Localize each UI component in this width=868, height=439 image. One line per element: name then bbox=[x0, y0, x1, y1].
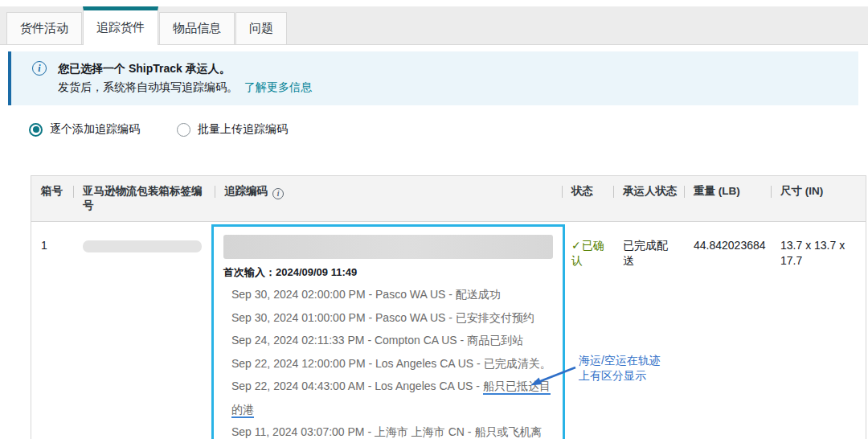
banner-message-text: 发货后，系统将自动填写追踪编码。 bbox=[58, 80, 238, 93]
header-tracking-code: 追踪编码i bbox=[215, 176, 562, 221]
cell-box-number: 1 bbox=[31, 222, 73, 439]
table-row: 1 首次输入：2024/09/09 11:49 Sep 30, 2024 02:… bbox=[31, 222, 866, 439]
tab-track-shipment[interactable]: 追踪货件 bbox=[83, 6, 158, 45]
tab-issues[interactable]: 问题 bbox=[235, 12, 287, 44]
annotation-note: 海运/空运在轨迹 上有区分显示 bbox=[579, 353, 661, 384]
tab-item-info[interactable]: 物品信息 bbox=[159, 12, 235, 44]
radio-unselected-icon[interactable] bbox=[177, 123, 190, 137]
check-icon: ✓ bbox=[571, 239, 581, 252]
cell-tracking-code: 首次输入：2024/09/09 11:49 Sep 30, 2024 02:00… bbox=[215, 222, 562, 439]
radio-selected-icon[interactable] bbox=[29, 123, 43, 137]
banner-title: 您已选择一个 ShipTrack 承运人。 bbox=[58, 60, 312, 76]
info-banner: i 您已选择一个 ShipTrack 承运人。 发货后，系统将自动填写追踪编码。… bbox=[8, 51, 858, 105]
cell-weight: 44.842023684 bbox=[684, 222, 771, 439]
info-banner-text: 您已选择一个 ShipTrack 承运人。 发货后，系统将自动填写追踪编码。了解… bbox=[58, 60, 312, 96]
banner-message: 发货后，系统将自动填写追踪编码。了解更多信息 bbox=[58, 78, 312, 96]
annotation-arrow-icon bbox=[527, 363, 582, 390]
radio-add-individually[interactable]: 逐个添加追踪编码 bbox=[29, 122, 140, 137]
learn-more-link[interactable]: 了解更多信息 bbox=[244, 80, 312, 93]
annotation-line2: 上有区分显示 bbox=[579, 368, 661, 384]
first-input-label: 首次输入： bbox=[223, 266, 276, 278]
first-input-line: 首次输入：2024/09/09 11:49 bbox=[223, 265, 553, 280]
cell-status: ✓已确认 bbox=[562, 222, 613, 439]
tracking-event: Sep 24, 2024 02:11:33 PM - Compton CA US… bbox=[231, 329, 553, 352]
tracking-highlight-box: 首次输入：2024/09/09 11:49 Sep 30, 2024 02:00… bbox=[211, 224, 565, 439]
tab-shipment-activity[interactable]: 货件活动 bbox=[6, 12, 82, 44]
radio-add-individually-label: 逐个添加追踪编码 bbox=[50, 122, 140, 137]
cell-carrier-status: 已完成配送 bbox=[613, 222, 684, 439]
radio-bulk-upload[interactable]: 批量上传追踪编码 bbox=[177, 122, 288, 137]
tracking-table: 箱号 亚马逊物流包装箱标签编号 追踪编码i 状态 承运人状态 重量 (LB) 尺… bbox=[31, 175, 866, 439]
tracking-code-input[interactable] bbox=[223, 235, 553, 259]
header-status: 状态 bbox=[562, 176, 613, 221]
tracking-info-icon[interactable]: i bbox=[272, 188, 284, 199]
header-dimensions: 尺寸 (IN) bbox=[771, 176, 866, 221]
annotation-line1: 海运/空运在轨迹 bbox=[579, 353, 661, 368]
header-box-number: 箱号 bbox=[31, 176, 73, 221]
header-fba-box-label: 亚马逊物流包装箱标签编号 bbox=[73, 176, 215, 221]
header-carrier-status: 承运人状态 bbox=[613, 176, 684, 221]
tracking-event: Sep 11, 2024 03:07:00 PM - 上海市 上海市 CN - … bbox=[231, 421, 553, 439]
info-icon: i bbox=[32, 61, 47, 76]
cell-dimensions: 13.7 x 13.7 x 17.7 bbox=[771, 222, 866, 439]
tracking-event-arrival-port: Sep 22, 2024 04:43:00 AM - Los Angeles C… bbox=[231, 375, 553, 421]
tracking-event-text: Sep 22, 2024 04:43:00 AM - Los Angeles C… bbox=[231, 380, 483, 392]
radio-bulk-upload-label: 批量上传追踪编码 bbox=[198, 122, 288, 137]
header-weight: 重量 (LB) bbox=[684, 176, 771, 221]
tracking-events: Sep 30, 2024 02:00:00 PM - Pasco WA US -… bbox=[231, 283, 553, 439]
dimensions-value: 13.7 x 13.7 x 17.7 bbox=[780, 238, 859, 269]
cell-fba-box-label bbox=[73, 222, 215, 439]
tracking-event: Sep 30, 2024 01:00:00 PM - Pasco WA US -… bbox=[231, 306, 553, 330]
table-header-row: 箱号 亚马逊物流包装箱标签编号 追踪编码i 状态 承运人状态 重量 (LB) 尺… bbox=[31, 176, 866, 222]
tracking-event: Sep 30, 2024 02:00:00 PM - Pasco WA US -… bbox=[231, 283, 553, 306]
first-input-value: 2024/09/09 11:49 bbox=[276, 266, 357, 278]
tracking-event: Sep 22, 2024 12:00:00 PM - Los Angeles C… bbox=[231, 352, 553, 375]
box-label-redacted-bar bbox=[83, 240, 202, 252]
header-tracking-code-label: 追踪编码 bbox=[224, 185, 268, 197]
tab-bar: 货件活动 追踪货件 物品信息 问题 bbox=[0, 6, 868, 45]
tracking-mode-options: 逐个添加追踪编码 批量上传追踪编码 bbox=[29, 122, 288, 137]
page: 货件活动 追踪货件 物品信息 问题 i 您已选择一个 ShipTrack 承运人… bbox=[0, 0, 868, 439]
